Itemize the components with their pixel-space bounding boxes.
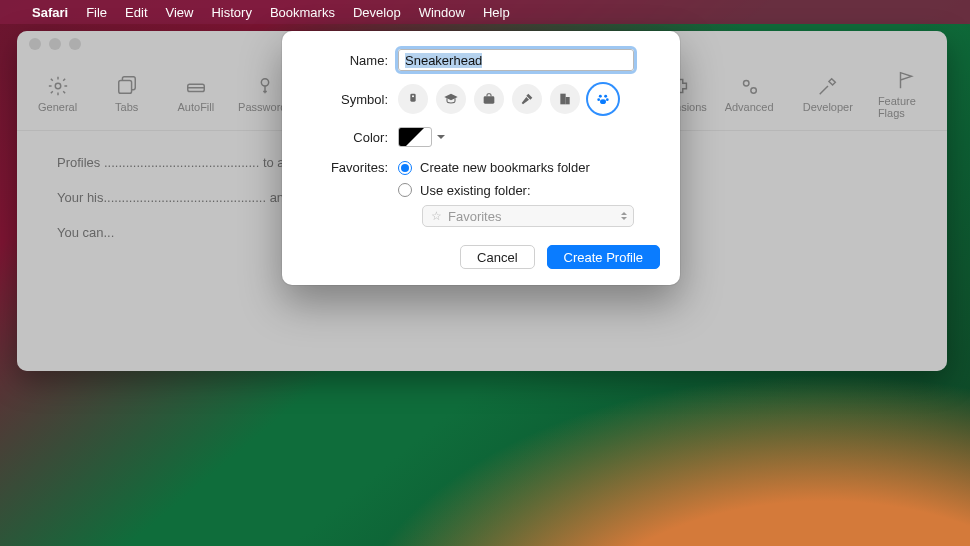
svg-rect-10 <box>410 94 415 102</box>
svg-point-19 <box>600 99 606 104</box>
menu-develop[interactable]: Develop <box>353 5 401 20</box>
existing-folder-value: Favorites <box>448 209 501 224</box>
tab-label: AutoFill <box>178 101 215 113</box>
menubar: Safari File Edit View History Bookmarks … <box>0 0 970 24</box>
svg-rect-14 <box>566 97 570 104</box>
tab-label: Feature Flags <box>878 95 935 119</box>
profile-name-input[interactable] <box>398 49 634 71</box>
hammer-icon <box>519 91 535 107</box>
favorites-existing-label: Use existing folder: <box>420 183 531 198</box>
name-label: Name: <box>302 53 388 68</box>
svg-rect-1 <box>118 80 131 93</box>
favorites-new-label: Create new bookmarks folder <box>420 160 590 175</box>
symbol-label: Symbol: <box>302 92 388 107</box>
star-icon: ☆ <box>431 209 442 223</box>
tab-label: General <box>38 101 77 113</box>
svg-point-15 <box>599 95 602 98</box>
graduation-cap-icon <box>443 91 459 107</box>
favorites-existing-radio[interactable] <box>398 183 412 197</box>
svg-rect-13 <box>560 94 565 105</box>
pencil-icon <box>185 75 207 97</box>
tab-developer[interactable]: Developer <box>790 71 866 117</box>
symbol-hammer[interactable] <box>512 84 542 114</box>
menu-edit[interactable]: Edit <box>125 5 147 20</box>
svg-point-8 <box>744 80 750 86</box>
symbol-briefcase[interactable] <box>474 84 504 114</box>
svg-point-11 <box>412 95 414 97</box>
cancel-button-label: Cancel <box>477 250 517 265</box>
tab-label: Developer <box>803 101 853 113</box>
key-icon <box>254 75 276 97</box>
app-menu[interactable]: Safari <box>32 5 68 20</box>
tabs-icon <box>116 75 138 97</box>
tab-label: Advanced <box>725 101 774 113</box>
symbol-graduation[interactable] <box>436 84 466 114</box>
svg-point-18 <box>606 98 609 101</box>
create-profile-sheet: Name: Symbol: Color: <box>282 31 680 285</box>
gear-icon <box>47 75 69 97</box>
color-label: Color: <box>302 130 388 145</box>
tab-advanced[interactable]: Advanced <box>721 71 778 117</box>
create-profile-button-label: Create Profile <box>564 250 643 265</box>
menu-file[interactable]: File <box>86 5 107 20</box>
tab-tabs[interactable]: Tabs <box>98 71 155 117</box>
menu-view[interactable]: View <box>166 5 194 20</box>
flag-icon <box>895 69 917 91</box>
wrench-icon <box>817 75 839 97</box>
svg-point-0 <box>55 83 61 89</box>
gears-icon <box>738 75 760 97</box>
cancel-button[interactable]: Cancel <box>460 245 534 269</box>
menu-window[interactable]: Window <box>419 5 465 20</box>
svg-point-16 <box>604 95 607 98</box>
symbol-badge[interactable] <box>398 84 428 114</box>
favorites-new-radio[interactable] <box>398 161 412 175</box>
create-profile-button[interactable]: Create Profile <box>547 245 660 269</box>
symbol-paw[interactable] <box>588 84 618 114</box>
tab-autofill[interactable]: AutoFill <box>167 71 224 117</box>
stepper-icon <box>621 209 627 223</box>
favorites-label: Favorites: <box>302 160 388 175</box>
svg-point-17 <box>597 98 600 101</box>
badge-icon <box>405 91 421 107</box>
tab-label: Tabs <box>115 101 138 113</box>
menu-bookmarks[interactable]: Bookmarks <box>270 5 335 20</box>
profile-color-picker[interactable] <box>398 127 432 147</box>
symbol-building[interactable] <box>550 84 580 114</box>
briefcase-icon <box>481 91 497 107</box>
menu-help[interactable]: Help <box>483 5 510 20</box>
tab-general[interactable]: General <box>29 71 86 117</box>
paw-icon <box>595 91 611 107</box>
tab-feature-flags[interactable]: Feature Flags <box>878 65 935 123</box>
building-icon <box>557 91 573 107</box>
svg-point-3 <box>261 78 268 85</box>
svg-point-9 <box>751 87 757 93</box>
existing-folder-select: ☆ Favorites <box>422 205 634 227</box>
svg-rect-12 <box>484 96 495 103</box>
menu-history[interactable]: History <box>211 5 251 20</box>
